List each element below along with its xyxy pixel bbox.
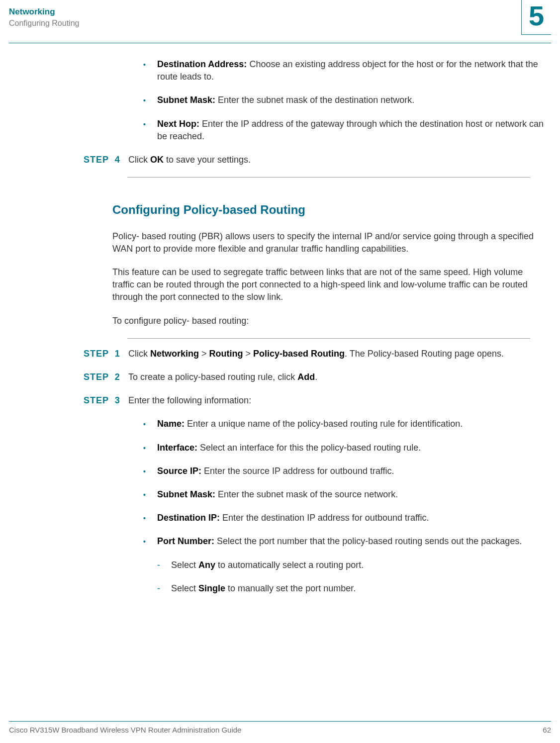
sub-text: Select Single to manually set the port n…	[171, 582, 356, 595]
list-item: • Destination IP: Enter the destination …	[143, 512, 545, 524]
chapter-number: 5	[522, 0, 551, 30]
list-item: • Port Number: Select the port number th…	[143, 535, 545, 548]
header-subtitle: Configuring Routing	[9, 19, 551, 28]
bullet-icon: •	[143, 58, 157, 83]
page-header: Networking Configuring Routing 5	[0, 0, 560, 43]
step-3: STEP 3 Enter the following information:	[84, 394, 545, 407]
bullet-text: Subnet Mask: Enter the subnet mask of th…	[157, 94, 545, 106]
bullet-text: Destination Address: Choose an existing …	[157, 58, 545, 83]
page-footer: Cisco RV315W Broadband Wireless VPN Rout…	[9, 721, 551, 734]
bullet-text: Subnet Mask: Enter the subnet mask of th…	[157, 488, 545, 501]
list-item: • Destination Address: Choose an existin…	[143, 58, 545, 83]
footer-title: Cisco RV315W Broadband Wireless VPN Rout…	[9, 726, 241, 734]
bullet-text: Source IP: Enter the source IP address f…	[157, 465, 545, 477]
paragraph: To configure policy- based routing:	[112, 315, 545, 327]
bullet-icon: •	[143, 118, 157, 143]
step-text: To create a policy-based routing rule, c…	[128, 371, 545, 383]
list-item: • Subnet Mask: Enter the subnet mask of …	[143, 94, 545, 106]
sub-text: Select Any to automatically select a rou…	[171, 559, 364, 571]
dash-icon: -	[157, 582, 171, 595]
pbr-bullet-list: • Name: Enter a unique name of the polic…	[143, 418, 545, 548]
bullet-icon: •	[143, 512, 157, 524]
step-label: STEP 2	[84, 371, 128, 383]
section-divider	[127, 177, 530, 178]
dash-icon: -	[157, 559, 171, 571]
step-label: STEP 1	[84, 348, 128, 360]
bullet-icon: •	[143, 488, 157, 501]
sub-list: - Select Any to automatically select a r…	[157, 559, 545, 595]
step-text: Click OK to save your settings.	[128, 154, 545, 166]
step-text: Click Networking > Routing > Policy-base…	[128, 348, 545, 360]
bullet-icon: •	[143, 535, 157, 548]
step-2: STEP 2 To create a policy-based routing …	[84, 371, 545, 383]
bullet-icon: •	[143, 418, 157, 430]
bullet-icon: •	[143, 94, 157, 106]
step-4: STEP 4 Click OK to save your settings.	[84, 154, 545, 166]
bullet-icon: •	[143, 442, 157, 454]
paragraph: Policy- based routing (PBR) allows users…	[112, 230, 545, 255]
page-number: 62	[543, 726, 551, 734]
bullet-text: Interface: Select an interface for this …	[157, 442, 545, 454]
bullet-text: Name: Enter a unique name of the policy-…	[157, 418, 545, 430]
top-bullet-list: • Destination Address: Choose an existin…	[143, 58, 545, 143]
paragraph: This feature can be used to segregate tr…	[112, 266, 545, 304]
list-item: • Source IP: Enter the source IP address…	[143, 465, 545, 477]
content-area: • Destination Address: Choose an existin…	[0, 43, 560, 595]
list-item: • Subnet Mask: Enter the subnet mask of …	[143, 488, 545, 501]
step-1: STEP 1 Click Networking > Routing > Poli…	[84, 348, 545, 360]
sub-list-item: - Select Single to manually set the port…	[157, 582, 545, 595]
chapter-box: 5	[521, 0, 551, 35]
bullet-text: Next Hop: Enter the IP address of the ga…	[157, 118, 545, 143]
bullet-text: Port Number: Select the port number that…	[157, 535, 545, 548]
sub-list-item: - Select Any to automatically select a r…	[157, 559, 545, 571]
section-heading: Configuring Policy-based Routing	[112, 201, 545, 218]
steps-divider	[127, 338, 530, 339]
list-item: • Next Hop: Enter the IP address of the …	[143, 118, 545, 143]
step-text: Enter the following information:	[128, 394, 545, 407]
header-title: Networking	[9, 7, 551, 17]
bullet-icon: •	[143, 465, 157, 477]
list-item: • Interface: Select an interface for thi…	[143, 442, 545, 454]
list-item: • Name: Enter a unique name of the polic…	[143, 418, 545, 430]
step-label: STEP 3	[84, 394, 128, 407]
step-label: STEP 4	[84, 154, 128, 166]
bullet-text: Destination IP: Enter the destination IP…	[157, 512, 545, 524]
